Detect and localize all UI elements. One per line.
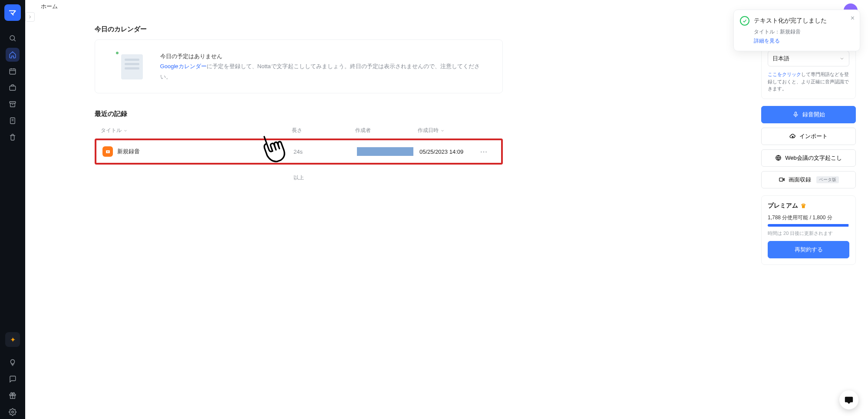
svg-line-1 bbox=[14, 40, 15, 41]
nav-help-tip[interactable] bbox=[6, 356, 20, 370]
premium-card: プレミアム ♛ 1,788 分使用可能 / 1,800 分 時間は 20 日後に… bbox=[761, 195, 856, 265]
start-recording-button[interactable]: 録音開始 bbox=[761, 106, 856, 123]
col-length-label: 長さ bbox=[292, 127, 302, 134]
nav-settings[interactable] bbox=[6, 405, 20, 419]
google-calendar-link[interactable]: Googleカレンダー bbox=[160, 63, 207, 69]
sidebar-collapse-toggle[interactable] bbox=[25, 12, 35, 22]
right-panel: 文字起 日本語 ここをクリックして専門用語などを登録しておくと、より正確に音声認… bbox=[761, 31, 856, 265]
svg-rect-7 bbox=[10, 102, 16, 103]
records-end-marker: 以上 bbox=[95, 174, 503, 181]
globe-icon bbox=[775, 155, 782, 161]
nav-feedback[interactable] bbox=[6, 372, 20, 386]
col-title[interactable]: タイトル bbox=[101, 127, 292, 134]
help-fab[interactable] bbox=[839, 390, 858, 409]
import-button[interactable]: インポート bbox=[761, 128, 856, 145]
nav-archive[interactable] bbox=[6, 97, 20, 111]
chat-icon bbox=[9, 375, 17, 383]
chat-bubble-icon bbox=[844, 395, 854, 405]
sparkle-icon: ✦ bbox=[10, 336, 16, 344]
chevron-right-icon bbox=[27, 14, 33, 20]
calendar-illustration bbox=[108, 53, 145, 79]
premium-renew-note: 時間は 20 日後に更新されます bbox=[768, 230, 849, 237]
records-section-title: 最近の記録 bbox=[95, 110, 503, 118]
col-creator: 作成者 bbox=[355, 127, 418, 134]
col-creator-label: 作成者 bbox=[355, 127, 371, 134]
calendar-headline: 今日の予定はありません bbox=[160, 51, 489, 61]
nav-folder[interactable] bbox=[6, 81, 20, 95]
left-sidebar: マ ✦ bbox=[0, 0, 25, 419]
vocabulary-register-link[interactable]: ここをクリック bbox=[768, 72, 801, 77]
app-logo[interactable]: マ bbox=[4, 4, 21, 21]
svg-rect-2 bbox=[10, 69, 16, 74]
record-more-button[interactable]: ··· bbox=[473, 148, 495, 155]
nav-trash[interactable] bbox=[6, 130, 20, 144]
premium-progress-bar bbox=[768, 224, 848, 227]
web-meeting-label: Web会議の文字起こし bbox=[785, 154, 842, 162]
record-created-at: 05/25/2023 14:09 bbox=[419, 148, 473, 155]
video-icon bbox=[779, 176, 785, 183]
trash-icon bbox=[9, 133, 17, 141]
record-creator bbox=[357, 147, 419, 156]
calendar-empty-card: 今日の予定はありません Googleカレンダーに予定を登録して、Nottaで文字… bbox=[95, 40, 503, 93]
redacted-creator bbox=[357, 147, 413, 156]
premium-title-label: プレミアム bbox=[768, 202, 798, 210]
record-row-highlighted[interactable]: 新規録音 24s 05/25/2023 14:09 ··· bbox=[95, 139, 503, 165]
calendar-empty-text: 今日の予定はありません Googleカレンダーに予定を登録して、Nottaで文字… bbox=[160, 51, 489, 82]
svg-point-0 bbox=[10, 36, 15, 40]
success-check-icon bbox=[740, 16, 749, 26]
svg-rect-20 bbox=[779, 178, 782, 181]
briefcase-icon bbox=[9, 84, 17, 92]
main-content: 今日のカレンダー 今日の予定はありません Googleカレンダーに予定を登録して… bbox=[25, 0, 868, 419]
col-title-label: タイトル bbox=[101, 127, 122, 134]
language-select[interactable]: 日本語 bbox=[768, 51, 849, 66]
nav-home[interactable] bbox=[6, 48, 20, 62]
start-recording-label: 録音開始 bbox=[802, 111, 825, 119]
col-length: 長さ bbox=[292, 127, 355, 134]
nav-gift[interactable] bbox=[6, 389, 20, 403]
gear-icon bbox=[9, 408, 17, 416]
note-icon bbox=[9, 117, 17, 125]
transcription-complete-toast: × テキスト化が完了しました タイトル：新規録音 詳細を見る bbox=[733, 10, 860, 51]
action-button-stack: 録音開始 インポート Web会議の文字起こし 画面収録 ベータ版 bbox=[761, 106, 856, 188]
web-meeting-button[interactable]: Web会議の文字起こし bbox=[761, 149, 856, 167]
toast-subtitle: タイトル：新規録音 bbox=[754, 28, 853, 36]
svg-point-16 bbox=[107, 151, 108, 152]
upload-cloud-icon bbox=[789, 133, 796, 139]
nav-ai-sparkle[interactable]: ✦ bbox=[5, 332, 20, 347]
recontract-button[interactable]: 再契約する bbox=[768, 241, 849, 258]
toast-detail-link[interactable]: 詳細を見る bbox=[754, 37, 853, 45]
nav-notes[interactable] bbox=[6, 114, 20, 128]
toast-close-button[interactable]: × bbox=[851, 14, 855, 22]
archive-icon bbox=[9, 100, 17, 108]
chevron-down-icon bbox=[839, 56, 845, 61]
toast-message: テキスト化が完了しました bbox=[754, 17, 827, 25]
lightbulb-icon bbox=[9, 359, 17, 366]
screen-record-button[interactable]: 画面収録 ベータ版 bbox=[761, 171, 856, 188]
vocabulary-help-text: ここをクリックして専門用語などを登録しておくと、より正確に音声認識できます。 bbox=[768, 71, 849, 92]
language-selected-label: 日本語 bbox=[772, 55, 789, 63]
calendar-subtext: に予定を登録して、Nottaで文字起こししてみましょう。終日の予定は表示されませ… bbox=[160, 63, 480, 79]
premium-progress bbox=[768, 224, 849, 227]
col-created-at-label: 作成日時 bbox=[418, 127, 439, 134]
record-length: 24s bbox=[294, 148, 357, 155]
calendar-section-title: 今日のカレンダー bbox=[95, 25, 503, 33]
chevron-down-icon bbox=[440, 129, 445, 133]
nav-search[interactable] bbox=[6, 31, 20, 45]
svg-point-15 bbox=[12, 411, 14, 413]
home-icon bbox=[9, 51, 17, 59]
gift-icon bbox=[9, 392, 17, 399]
import-label: インポート bbox=[799, 132, 828, 140]
svg-rect-17 bbox=[795, 112, 796, 115]
recontract-label: 再契約する bbox=[795, 246, 823, 254]
svg-rect-6 bbox=[10, 86, 16, 90]
screen-record-label: 画面収録 bbox=[789, 176, 811, 184]
col-created-at[interactable]: 作成日時 bbox=[418, 127, 475, 134]
nav-calendar[interactable] bbox=[6, 64, 20, 78]
search-icon bbox=[9, 34, 17, 42]
premium-usage: 1,788 分使用可能 / 1,800 分 bbox=[768, 214, 849, 221]
calendar-icon bbox=[9, 67, 17, 75]
microphone-icon bbox=[792, 111, 799, 118]
crown-icon: ♛ bbox=[801, 202, 806, 209]
chevron-down-icon bbox=[123, 129, 128, 133]
recording-icon bbox=[102, 146, 113, 157]
